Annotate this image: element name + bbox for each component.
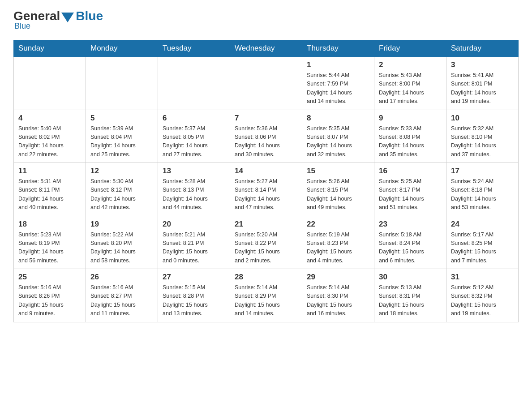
day-info: Sunrise: 5:37 AM Sunset: 8:05 PM Dayligh… (163, 124, 225, 159)
day-info: Sunrise: 5:36 AM Sunset: 8:06 PM Dayligh… (235, 124, 297, 159)
calendar-cell: 31Sunrise: 5:12 AM Sunset: 8:32 PM Dayli… (446, 269, 519, 322)
day-info: Sunrise: 5:28 AM Sunset: 8:13 PM Dayligh… (163, 177, 225, 212)
calendar-cell: 7Sunrise: 5:36 AM Sunset: 8:06 PM Daylig… (230, 110, 302, 163)
weekday-header-saturday: Saturday (446, 40, 519, 57)
calendar-cell (86, 57, 158, 110)
day-number: 7 (235, 114, 297, 123)
day-info: Sunrise: 5:33 AM Sunset: 8:08 PM Dayligh… (379, 124, 442, 159)
calendar-cell: 29Sunrise: 5:14 AM Sunset: 8:30 PM Dayli… (302, 269, 374, 322)
weekday-header-sunday: Sunday (14, 40, 86, 57)
calendar-cell: 9Sunrise: 5:33 AM Sunset: 8:08 PM Daylig… (374, 110, 446, 163)
day-number: 3 (451, 60, 514, 69)
calendar-cell: 8Sunrise: 5:35 AM Sunset: 8:07 PM Daylig… (302, 110, 374, 163)
day-number: 26 (90, 273, 153, 282)
weekday-header-monday: Monday (86, 40, 158, 57)
day-number: 15 (307, 167, 369, 176)
day-number: 19 (90, 220, 153, 229)
day-info: Sunrise: 5:16 AM Sunset: 8:26 PM Dayligh… (18, 283, 81, 318)
day-number: 22 (307, 220, 369, 229)
calendar-cell: 26Sunrise: 5:16 AM Sunset: 8:27 PM Dayli… (86, 269, 158, 322)
logo-triangle-icon (61, 13, 74, 22)
calendar-cell: 2Sunrise: 5:43 AM Sunset: 8:00 PM Daylig… (374, 57, 446, 110)
day-number: 16 (379, 167, 442, 176)
day-info: Sunrise: 5:22 AM Sunset: 8:20 PM Dayligh… (90, 231, 153, 265)
day-info: Sunrise: 5:16 AM Sunset: 8:27 PM Dayligh… (90, 283, 153, 318)
day-info: Sunrise: 5:20 AM Sunset: 8:22 PM Dayligh… (235, 231, 297, 265)
day-number: 25 (18, 273, 81, 282)
day-number: 17 (451, 167, 514, 176)
calendar-cell: 24Sunrise: 5:17 AM Sunset: 8:25 PM Dayli… (446, 216, 519, 269)
calendar-cell: 3Sunrise: 5:41 AM Sunset: 8:01 PM Daylig… (446, 57, 519, 110)
day-info: Sunrise: 5:15 AM Sunset: 8:28 PM Dayligh… (163, 283, 225, 318)
day-info: Sunrise: 5:14 AM Sunset: 8:29 PM Dayligh… (235, 283, 297, 318)
calendar-week-4: 18Sunrise: 5:23 AM Sunset: 8:19 PM Dayli… (14, 216, 519, 269)
day-info: Sunrise: 5:18 AM Sunset: 8:24 PM Dayligh… (379, 231, 442, 265)
day-number: 27 (163, 273, 225, 282)
page-header: General Blue Blue (13, 9, 519, 31)
day-number: 14 (235, 167, 297, 176)
day-number: 29 (307, 273, 369, 282)
calendar-cell: 15Sunrise: 5:26 AM Sunset: 8:15 PM Dayli… (302, 163, 374, 216)
calendar-table: SundayMondayTuesdayWednesdayThursdayFrid… (13, 40, 519, 322)
day-info: Sunrise: 5:32 AM Sunset: 8:10 PM Dayligh… (451, 124, 514, 159)
calendar-week-1: 1Sunrise: 5:44 AM Sunset: 7:59 PM Daylig… (14, 57, 519, 110)
calendar-cell: 20Sunrise: 5:21 AM Sunset: 8:21 PM Dayli… (158, 216, 230, 269)
calendar-week-5: 25Sunrise: 5:16 AM Sunset: 8:26 PM Dayli… (14, 269, 519, 322)
calendar-cell: 11Sunrise: 5:31 AM Sunset: 8:11 PM Dayli… (14, 163, 86, 216)
day-number: 30 (379, 273, 442, 282)
calendar-cell: 12Sunrise: 5:30 AM Sunset: 8:12 PM Dayli… (86, 163, 158, 216)
calendar-week-2: 4Sunrise: 5:40 AM Sunset: 8:02 PM Daylig… (14, 110, 519, 163)
day-number: 12 (90, 167, 153, 176)
day-info: Sunrise: 5:21 AM Sunset: 8:21 PM Dayligh… (163, 231, 225, 265)
day-number: 24 (451, 220, 514, 229)
calendar-cell: 21Sunrise: 5:20 AM Sunset: 8:22 PM Dayli… (230, 216, 302, 269)
day-info: Sunrise: 5:43 AM Sunset: 8:00 PM Dayligh… (379, 71, 442, 106)
day-info: Sunrise: 5:30 AM Sunset: 8:12 PM Dayligh… (90, 177, 153, 212)
day-number: 31 (451, 273, 514, 282)
day-number: 18 (18, 220, 81, 229)
calendar-cell: 18Sunrise: 5:23 AM Sunset: 8:19 PM Dayli… (14, 216, 86, 269)
calendar-cell (158, 57, 230, 110)
day-number: 10 (451, 114, 514, 123)
day-number: 5 (90, 114, 153, 123)
day-number: 21 (235, 220, 297, 229)
day-info: Sunrise: 5:26 AM Sunset: 8:15 PM Dayligh… (307, 177, 369, 212)
calendar-cell: 28Sunrise: 5:14 AM Sunset: 8:29 PM Dayli… (230, 269, 302, 322)
calendar-cell: 16Sunrise: 5:25 AM Sunset: 8:17 PM Dayli… (374, 163, 446, 216)
weekday-header-wednesday: Wednesday (230, 40, 302, 57)
day-number: 23 (379, 220, 442, 229)
calendar-cell: 19Sunrise: 5:22 AM Sunset: 8:20 PM Dayli… (86, 216, 158, 269)
calendar-week-3: 11Sunrise: 5:31 AM Sunset: 8:11 PM Dayli… (14, 163, 519, 216)
day-info: Sunrise: 5:44 AM Sunset: 7:59 PM Dayligh… (307, 71, 369, 106)
day-number: 1 (307, 60, 369, 69)
calendar-cell: 4Sunrise: 5:40 AM Sunset: 8:02 PM Daylig… (14, 110, 86, 163)
weekday-header-thursday: Thursday (302, 40, 374, 57)
day-info: Sunrise: 5:14 AM Sunset: 8:30 PM Dayligh… (307, 283, 369, 318)
weekday-header-tuesday: Tuesday (158, 40, 230, 57)
calendar-cell (14, 57, 86, 110)
calendar-cell: 6Sunrise: 5:37 AM Sunset: 8:05 PM Daylig… (158, 110, 230, 163)
day-info: Sunrise: 5:23 AM Sunset: 8:19 PM Dayligh… (18, 231, 81, 265)
calendar-cell: 13Sunrise: 5:28 AM Sunset: 8:13 PM Dayli… (158, 163, 230, 216)
calendar-cell: 23Sunrise: 5:18 AM Sunset: 8:24 PM Dayli… (374, 216, 446, 269)
calendar-header-row: SundayMondayTuesdayWednesdayThursdayFrid… (14, 40, 519, 57)
day-number: 13 (163, 167, 225, 176)
day-number: 8 (307, 114, 369, 123)
day-info: Sunrise: 5:17 AM Sunset: 8:25 PM Dayligh… (451, 231, 514, 265)
day-info: Sunrise: 5:35 AM Sunset: 8:07 PM Dayligh… (307, 124, 369, 159)
day-number: 11 (18, 167, 81, 176)
day-info: Sunrise: 5:24 AM Sunset: 8:18 PM Dayligh… (451, 177, 514, 212)
calendar-cell: 25Sunrise: 5:16 AM Sunset: 8:26 PM Dayli… (14, 269, 86, 322)
day-number: 4 (18, 114, 81, 123)
day-number: 2 (379, 60, 442, 69)
calendar-cell: 1Sunrise: 5:44 AM Sunset: 7:59 PM Daylig… (302, 57, 374, 110)
day-info: Sunrise: 5:12 AM Sunset: 8:32 PM Dayligh… (451, 283, 514, 318)
day-info: Sunrise: 5:13 AM Sunset: 8:31 PM Dayligh… (379, 283, 442, 318)
calendar-cell: 22Sunrise: 5:19 AM Sunset: 8:23 PM Dayli… (302, 216, 374, 269)
logo-subtitle: Blue (13, 21, 30, 31)
logo: General Blue Blue (13, 9, 103, 31)
day-info: Sunrise: 5:39 AM Sunset: 8:04 PM Dayligh… (90, 124, 153, 159)
day-number: 6 (163, 114, 225, 123)
day-number: 28 (235, 273, 297, 282)
calendar-cell: 14Sunrise: 5:27 AM Sunset: 8:14 PM Dayli… (230, 163, 302, 216)
